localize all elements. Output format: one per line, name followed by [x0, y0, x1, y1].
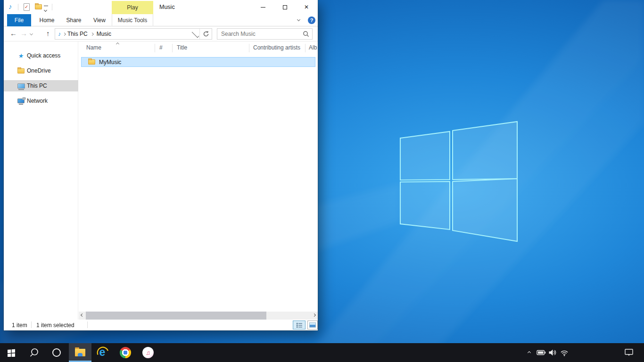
column-divider[interactable]	[172, 44, 173, 52]
tray-expand-button[interactable]	[523, 343, 535, 362]
onedrive-folder-icon	[17, 67, 25, 74]
ribbon-collapse-chevron-icon[interactable]	[297, 18, 300, 21]
action-center-icon	[625, 349, 633, 356]
chevron-down-icon	[44, 8, 47, 12]
address-toolbar: ← → ↑ ♪ This PC Music	[4, 26, 318, 41]
cortana-button[interactable]	[45, 343, 68, 362]
speaker-icon	[548, 349, 557, 356]
location-music-note-icon: ♪	[58, 31, 61, 37]
scroll-left-icon[interactable]	[81, 313, 84, 317]
desktop: ♪ ✓ Play Music ✕ File Home Share View Mu…	[0, 0, 644, 362]
status-bar: 1 item 1 item selected	[4, 320, 318, 330]
windows-logo	[400, 122, 517, 241]
check-icon: ✓	[25, 4, 28, 9]
horizontal-scrollbar[interactable]	[79, 312, 318, 320]
sidebar-item-label: OneDrive	[27, 67, 51, 74]
sidebar-item-quick-access[interactable]: ★ Quick access	[4, 50, 78, 61]
address-bar[interactable]: ♪ This PC Music	[55, 28, 212, 40]
refresh-button[interactable]	[199, 29, 212, 39]
search-icon	[29, 347, 39, 358]
forward-button[interactable]: →	[20, 29, 27, 37]
help-button[interactable]: ?	[308, 16, 315, 24]
column-header-contributing-artists[interactable]: Contributing artists	[253, 44, 300, 51]
column-divider[interactable]	[305, 44, 305, 52]
sidebar-item-network[interactable]: Network	[4, 95, 78, 107]
close-button[interactable]: ✕	[296, 0, 317, 14]
taskbar-chrome-button[interactable]	[114, 343, 137, 362]
column-divider[interactable]	[155, 44, 155, 52]
chevron-up-icon	[527, 351, 530, 354]
address-dropdown-chevron-icon[interactable]	[192, 30, 199, 38]
itunes-icon: ♫	[142, 347, 154, 358]
tab-share[interactable]: Share	[60, 14, 87, 26]
taskbar-search-button[interactable]	[23, 343, 45, 362]
details-view-button[interactable]	[293, 321, 305, 329]
taskbar-itunes-button[interactable]: ♫	[137, 343, 159, 362]
qat-customize-button[interactable]	[44, 6, 48, 13]
this-pc-monitor-icon	[17, 82, 25, 90]
file-row-mymusic[interactable]: MyMusic	[81, 57, 315, 67]
app-music-note-icon: ♪	[8, 2, 12, 10]
windows-start-icon	[7, 348, 16, 357]
divider	[52, 4, 52, 10]
tab-file[interactable]: File	[7, 14, 31, 26]
action-center-button[interactable]	[622, 343, 636, 362]
maximize-icon	[283, 5, 287, 9]
ribbon-tab-row: File Home Share View Music Tools ?	[4, 14, 318, 26]
breadcrumb-music[interactable]: Music	[97, 31, 111, 37]
breadcrumb-chevron-icon	[91, 32, 94, 35]
tray-battery-button[interactable]	[536, 343, 547, 362]
explorer-window: ♪ ✓ Play Music ✕ File Home Share View Mu…	[4, 0, 318, 330]
details-view-icon	[296, 322, 303, 328]
search-input[interactable]	[217, 29, 312, 39]
column-header-album[interactable]: Alb	[309, 44, 317, 51]
tab-home[interactable]: Home	[33, 14, 60, 26]
breadcrumb-this-pc[interactable]: This PC	[67, 31, 88, 37]
refresh-icon	[203, 31, 209, 37]
divider	[18, 4, 18, 10]
back-button[interactable]: ←	[10, 29, 17, 37]
search-box[interactable]	[217, 28, 313, 40]
column-header-number[interactable]: #	[159, 44, 163, 51]
start-button[interactable]	[0, 343, 23, 362]
divider	[31, 321, 32, 328]
up-button[interactable]: ↑	[46, 29, 50, 37]
tray-network-button[interactable]	[558, 343, 570, 362]
maximize-button[interactable]	[274, 0, 296, 14]
column-header-title[interactable]: Title	[177, 44, 187, 51]
tab-view[interactable]: View	[87, 14, 112, 26]
selected-count: 1 item selected	[36, 322, 74, 329]
window-title: Music	[159, 0, 175, 14]
recent-locations-chevron-icon[interactable]	[30, 32, 33, 35]
sidebar-item-label: Network	[27, 98, 48, 104]
tab-music-tools[interactable]: Music Tools	[112, 14, 153, 26]
sort-ascending-icon	[116, 42, 119, 46]
minimize-icon	[261, 7, 265, 8]
column-divider[interactable]	[249, 44, 249, 52]
qat-properties-button[interactable]: ✓	[24, 3, 30, 11]
large-icons-view-button[interactable]	[307, 321, 318, 329]
taskbar-internet-explorer-button[interactable]: e	[91, 343, 114, 362]
internet-explorer-icon: e	[97, 346, 109, 359]
search-icon	[303, 31, 309, 37]
taskbar: e ♫	[0, 343, 644, 362]
file-name: MyMusic	[99, 59, 121, 66]
scroll-right-icon[interactable]	[313, 313, 316, 317]
breadcrumb-chevron-icon	[63, 32, 66, 35]
item-count: 1 item	[12, 322, 27, 329]
qat-new-folder-button[interactable]	[35, 4, 42, 9]
scrollbar-thumb[interactable]	[86, 312, 266, 320]
sidebar-item-onedrive[interactable]: OneDrive	[4, 65, 78, 76]
large-icons-view-icon	[309, 322, 316, 328]
file-explorer-icon	[75, 349, 85, 356]
minimize-button[interactable]	[252, 0, 274, 14]
taskbar-file-explorer-button[interactable]	[69, 343, 91, 362]
folder-icon	[88, 59, 95, 65]
column-header-name[interactable]: Name	[86, 44, 101, 51]
wifi-icon	[560, 349, 569, 356]
close-icon: ✕	[304, 4, 309, 10]
tray-volume-button[interactable]	[547, 343, 558, 362]
divider	[87, 321, 88, 328]
sidebar-item-this-pc[interactable]: This PC	[4, 80, 78, 91]
navigation-pane: ★ Quick access OneDrive This PC Network	[4, 41, 78, 320]
